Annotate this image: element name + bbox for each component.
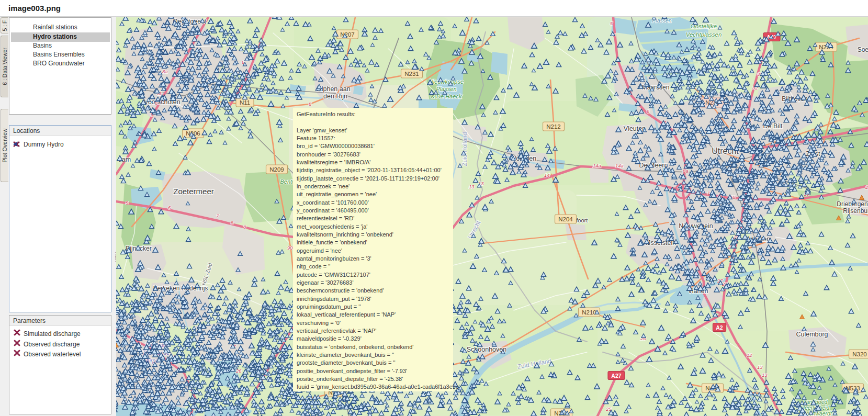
svg-text:8: 8 [231,220,234,226]
svg-text:N320: N320 [852,351,867,357]
svg-text:8a: 8a [162,69,168,74]
svg-text:14a: 14a [615,163,624,168]
svg-text:7: 7 [216,213,219,219]
svg-text:Vechtplassen: Vechtplassen [686,31,722,38]
svg-text:A27: A27 [611,373,621,379]
svg-text:6: 6 [647,108,650,114]
svg-text:13: 13 [757,364,763,370]
svg-text:Alphen aan: Alphen aan [317,85,350,93]
svg-text:Schoonhoven: Schoonhoven [467,346,507,353]
svg-text:13: 13 [762,372,768,378]
svg-text:Plassen: Plassen [436,86,456,92]
svg-text:14: 14 [544,172,550,178]
svg-text:N231: N231 [404,71,419,77]
svg-text:Zuid-Holland: Zuid-Holland [461,132,468,166]
svg-text:den Rijn: den Rijn [323,93,347,100]
svg-text:90: 90 [287,245,293,251]
svg-text:N11: N11 [240,99,250,106]
svg-text:8: 8 [309,101,312,107]
svg-text:5: 5 [126,200,129,206]
svg-text:N204: N204 [558,216,573,222]
svg-text:12: 12 [747,352,752,358]
svg-text:N207: N207 [340,31,355,38]
svg-text:20: 20 [865,184,868,190]
svg-text:A2: A2 [716,324,723,331]
svg-text:N212: N212 [546,123,561,130]
svg-text:14a: 14a [593,163,601,168]
svg-text:Vleuten: Vleuten [624,125,646,132]
svg-text:Zoetermeer: Zoetermeer [173,187,214,196]
svg-text:5: 5 [610,20,613,26]
svg-text:8: 8 [243,224,246,230]
svg-text:De Meern: De Meern [639,162,668,169]
svg-text:Rijsenburg: Rijsenburg [843,207,868,215]
svg-text:8a: 8a [683,168,689,174]
svg-text:Nieuwkoopse: Nieuwkoopse [429,78,464,85]
svg-text:N210: N210 [582,309,596,316]
svg-text:6: 6 [168,205,171,210]
svg-text:N209: N209 [269,166,284,173]
svg-text:Culemborg: Culemborg [796,331,828,338]
svg-text:Soest: Soest [858,46,868,53]
svg-text:13: 13 [469,184,475,189]
